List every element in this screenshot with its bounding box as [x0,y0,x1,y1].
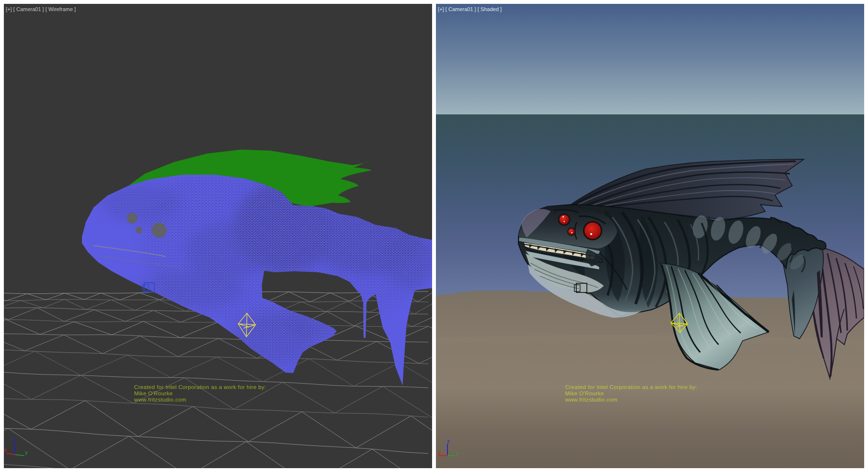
svg-text:Mike O'Rourke: Mike O'Rourke [134,390,173,396]
svg-text:www.fritzstudio.com: www.fritzstudio.com [565,397,617,403]
svg-text:x: x [438,450,441,456]
svg-text:y: y [456,450,459,456]
svg-text:y: y [25,449,28,455]
svg-text:z: z [13,435,15,441]
svg-text:www.fritzstudio.com: www.fritzstudio.com [134,397,186,403]
svg-text:Mike O'Rourke: Mike O'Rourke [565,390,604,396]
svg-text:[+] [ Camera01 ] [ Wireframe ]: [+] [ Camera01 ] [ Wireframe ] [6,6,76,12]
svg-text:Created for Intel Corporation: Created for Intel Corporation as a work … [134,384,266,390]
svg-text:[+] [ Camera01 ] [ Shaded ]: [+] [ Camera01 ] [ Shaded ] [438,6,502,12]
svg-text:Created for Intel Corporation: Created for Intel Corporation as a work … [565,384,697,390]
svg-text:z: z [447,438,450,444]
svg-text:x: x [4,447,7,453]
